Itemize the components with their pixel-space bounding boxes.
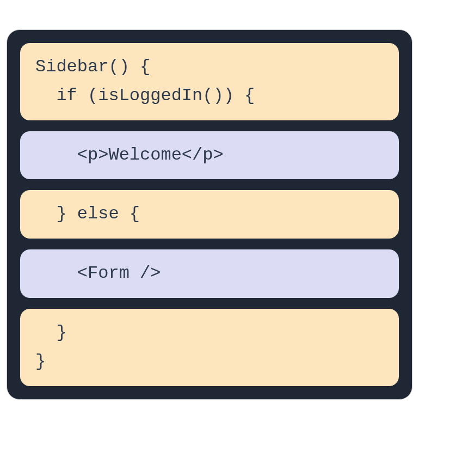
code-block-else: } else { <box>20 190 399 239</box>
code-block-function-start: Sidebar() { if (isLoggedIn()) { <box>20 43 399 120</box>
code-diagram-container: Sidebar() { if (isLoggedIn()) { <p>Welco… <box>7 29 412 400</box>
code-block-form: <Form /> <box>20 249 399 298</box>
code-block-function-end: } } <box>20 309 399 386</box>
code-block-welcome: <p>Welcome</p> <box>20 131 399 180</box>
